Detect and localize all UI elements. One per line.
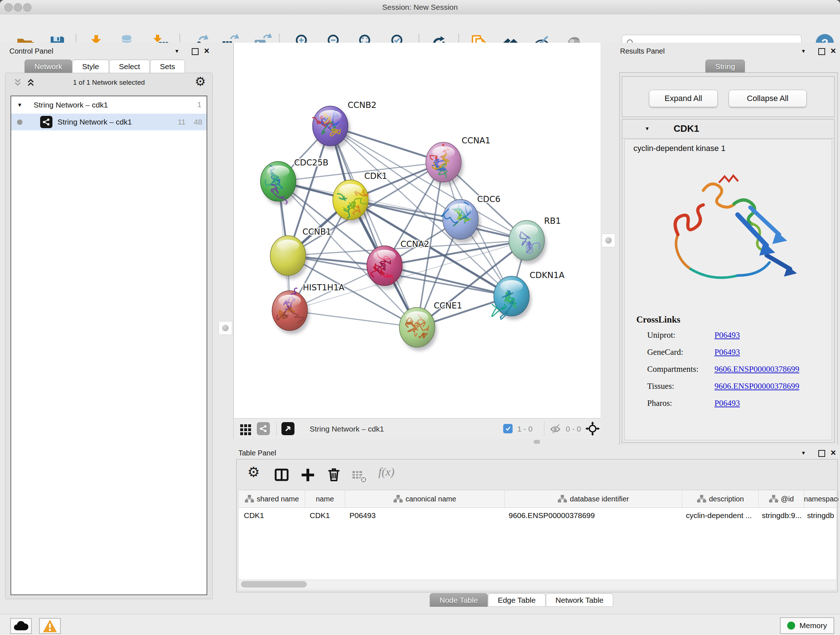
share-network-icon[interactable] <box>257 422 270 435</box>
apply-function-fx-icon[interactable]: f(x) <box>378 465 394 478</box>
network-node-HIST1H1A[interactable]: HIST1H1A <box>272 283 344 334</box>
table-cell: P06493 <box>344 508 504 524</box>
tab-style[interactable]: Style <box>73 60 109 73</box>
column-header-namespace[interactable]: namespace <box>804 490 838 508</box>
tab-node-table[interactable]: Node Table <box>430 593 488 607</box>
panel-close-icon[interactable]: × <box>831 47 836 55</box>
protein-entry: ▼ CDK1 cyclin-dependent kinase 1 <box>622 119 835 443</box>
protein-entry-header[interactable]: ▼ CDK1 <box>622 119 834 139</box>
column-header-canonical-name[interactable]: canonical name <box>345 490 505 508</box>
vertical-splitter-right[interactable] <box>600 43 616 445</box>
hidden-counts: 0 - 0 <box>566 418 581 439</box>
tab-string[interactable]: String <box>706 60 745 73</box>
show-columns-icon[interactable] <box>273 467 290 483</box>
open-in-new-window-icon[interactable] <box>281 422 294 435</box>
network-node-CCNA1[interactable]: CCNA1 <box>426 136 491 186</box>
table-horizontal-scrollbar[interactable] <box>239 580 836 589</box>
column-label: shared name <box>257 495 299 503</box>
string-results-container: Expand All Collapse All ▼ CDK1 cyclin-de… <box>619 73 838 445</box>
panel-float-icon[interactable] <box>818 48 825 55</box>
network-collection-row[interactable]: ▼ String Network – cdk1 1 <box>11 96 207 114</box>
panel-float-icon[interactable] <box>818 450 825 457</box>
delete-column-trash-icon[interactable] <box>325 466 342 483</box>
horizontal-splitter[interactable] <box>233 439 600 445</box>
selected-checkbox-icon[interactable] <box>503 424 513 433</box>
table-row[interactable]: CDK1CDK1P064939606.ENSP00000378699cyclin… <box>239 508 836 524</box>
network-node-RB1[interactable]: RB1 <box>509 216 561 264</box>
tree-hierarchy-icon <box>393 494 403 503</box>
tab-network-table[interactable]: Network Table <box>546 593 614 607</box>
network-node-CDK1[interactable]: CDK1 <box>333 171 387 223</box>
tab-sets[interactable]: Sets <box>150 60 185 73</box>
grid-view-icon[interactable] <box>240 423 252 435</box>
warning-button[interactable] <box>39 618 61 634</box>
column-header-description[interactable]: description <box>682 490 759 508</box>
network-edge-CCNB2-CCNE1[interactable] <box>330 126 417 327</box>
network-panel-body: 1 of 1 Network selected ⚙ ▼ String Netwo… <box>5 73 213 599</box>
column-header-@id[interactable]: @id <box>759 490 804 508</box>
column-header-name[interactable]: name <box>305 490 345 508</box>
network-list: ▼ String Network – cdk1 1 String Network… <box>11 96 207 595</box>
crosslink-genecard[interactable]: P06493 <box>714 348 740 357</box>
table-panel-body: ⚙ f(x) shared namenamecanonical namedata… <box>236 459 838 592</box>
panel-menu-icon[interactable]: ▼ <box>801 48 806 54</box>
delete-table-icon[interactable] <box>351 468 368 485</box>
table-options-gear-icon[interactable]: ⚙ <box>248 466 260 478</box>
crosslink-compartments[interactable]: 9606.ENSP00000378699 <box>714 364 799 374</box>
column-label: @id <box>781 495 794 503</box>
column-header-database-identifier[interactable]: database identifier <box>505 490 682 508</box>
network-node-count: 11 <box>178 114 186 130</box>
create-column-plus-icon[interactable] <box>300 467 316 483</box>
hidden-eye-slash-icon[interactable] <box>549 424 562 434</box>
node-label-RB1: RB1 <box>544 216 561 226</box>
cloud-status-button[interactable] <box>10 618 32 634</box>
memory-status-dot <box>787 622 795 630</box>
scrollbar-thumb[interactable] <box>241 581 307 587</box>
tab-edge-table[interactable]: Edge Table <box>488 593 546 607</box>
crosslink-uniprot[interactable]: P06493 <box>714 331 740 340</box>
warning-icon <box>42 619 58 633</box>
crosslink-label: Uniprot: <box>647 331 676 340</box>
window-title: Session: New Session <box>0 0 840 14</box>
crosslink-row: GeneCard:P06493 <box>647 348 684 357</box>
splitter-handle[interactable] <box>602 233 615 247</box>
collection-expand-caret[interactable]: ▼ <box>17 102 22 108</box>
network-canvas[interactable]: CCNB2CCNA1CDC25BCDK1CDC6RB1CCNB1CCNA2CDK… <box>233 43 601 418</box>
node-label-CDK1: CDK1 <box>364 171 387 181</box>
collapse-all-button[interactable]: Collapse All <box>729 90 807 107</box>
column-header-shared-name[interactable]: shared name <box>239 490 305 508</box>
crosslink-row: Tissues:9606.ENSP00000378699 <box>647 382 674 391</box>
crosslink-tissues[interactable]: 9606.ENSP00000378699 <box>714 382 799 391</box>
panel-menu-icon[interactable]: ▼ <box>174 48 180 54</box>
table-cell: stringdb <box>802 508 836 524</box>
entry-collapse-caret[interactable]: ▼ <box>645 126 650 131</box>
vertical-splitter-left[interactable] <box>217 43 233 614</box>
splitter-handle[interactable] <box>534 440 540 444</box>
collection-count: 1 <box>197 96 202 113</box>
crosslink-label: Pharos: <box>647 399 672 408</box>
tab-network[interactable]: Network <box>25 60 72 73</box>
structure-image <box>647 160 810 302</box>
memory-button[interactable]: Memory <box>780 617 834 634</box>
network-row-selected[interactable]: String Network – cdk1 11 48 <box>11 114 207 130</box>
network-selection-status: 1 of 1 Network selected <box>5 79 212 87</box>
expand-all-button[interactable]: Expand All <box>649 90 718 107</box>
node-label-CDC25B: CDC25B <box>294 158 328 167</box>
tab-select[interactable]: Select <box>109 60 150 73</box>
crosslink-pharos[interactable]: P06493 <box>714 399 740 408</box>
network-options-gear-icon[interactable]: ⚙ <box>195 75 206 88</box>
panel-menu-icon[interactable]: ▼ <box>801 450 806 456</box>
results-panel: Results Panel ▼ × String Expand All Coll… <box>616 43 840 445</box>
network-view-title: String Network – cdk1 <box>309 418 384 439</box>
birds-eye-view-icon[interactable] <box>585 421 600 436</box>
splitter-handle[interactable] <box>218 321 232 335</box>
table-cell: cyclin-dependent ... <box>681 508 757 524</box>
network-node-CDC6[interactable]: CDC6 <box>441 195 500 243</box>
node-table-header: shared namenamecanonical namedatabase id… <box>239 490 836 508</box>
panel-float-icon[interactable] <box>192 48 199 55</box>
panel-close-icon[interactable]: × <box>204 47 210 55</box>
panel-close-icon[interactable]: × <box>831 448 836 456</box>
network-node-CCNB2[interactable]: CCNB2 <box>313 100 377 149</box>
protein-description: cyclin-dependent kinase 1 <box>633 144 725 153</box>
protein-name: CDK1 <box>674 123 699 134</box>
